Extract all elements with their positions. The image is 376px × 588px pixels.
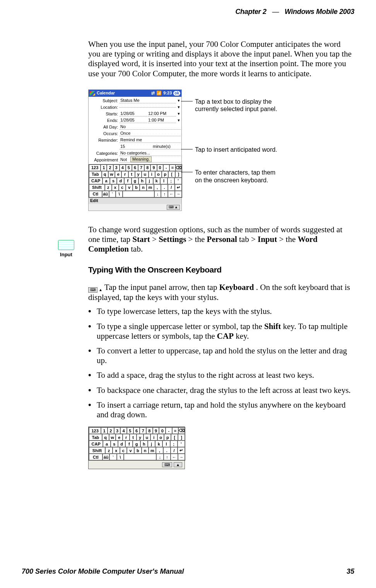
screenshot-titlebar: Calendar ⇄ 📶 9:23 ok	[89, 90, 181, 97]
bullet-space: To add a space, drag the stylus to the r…	[96, 370, 354, 380]
keyboard-mini-icon	[58, 240, 74, 250]
bullet-backspace: To backspace one character, drag the sty…	[96, 385, 354, 395]
word-suggestion: Meaning.	[130, 156, 152, 162]
screenshot-title: Calendar	[97, 91, 115, 96]
input-icon-margin: Input	[58, 240, 74, 257]
screenshot-form: Subject:Status Me▼ Location:▼ Starts:1/2…	[89, 97, 181, 164]
callout-insert-word: Tap to insert anticipated word.	[195, 146, 277, 153]
onscreen-keyboard-large: 1231234567890-=⌫ Tabqwertyuiop[] CAPasdf…	[89, 427, 185, 461]
keyboard-toggle-icon: ⌨ ▲	[167, 205, 180, 210]
keyboard-toggle-inline-icon: ⌨▲	[88, 287, 103, 293]
footer-title: 700 Series Color Mobile Computer User's …	[22, 567, 184, 576]
header-product: Windows Mobile 2003	[285, 8, 354, 15]
bullet-lowercase: To type lowercase letters, tap the keys …	[96, 306, 354, 316]
callout-textbox: Tap a text box to display the currently …	[195, 98, 277, 112]
header-dash: —	[268, 8, 283, 15]
header-chapter: Chapter 2	[235, 8, 266, 15]
bullet-uppercase: To type a single uppercase letter or sym…	[96, 321, 354, 341]
footer-page-number: 35	[347, 567, 354, 576]
screenshot-time: 9:23	[163, 91, 172, 96]
figure-callouts: Tap a text box to display the currently …	[195, 89, 284, 199]
volume-icon: 📶	[156, 91, 162, 96]
ok-button: ok	[173, 91, 180, 96]
section-title-typing: Typing With the Onscreen Keyboard	[88, 265, 354, 274]
typing-paragraph: ⌨▲ Tap the input panel arrow, then tap K…	[88, 283, 354, 302]
keyboard-icon: ⌨	[162, 462, 172, 467]
screenshot-calendar: Calendar ⇄ 📶 9:23 ok Subject:Status Me▼ …	[88, 89, 182, 211]
figure-input-panel: Calendar ⇄ 📶 9:23 ok Subject:Status Me▼ …	[88, 89, 354, 211]
bullet-return: To insert a carriage return, tap and hol…	[96, 400, 354, 420]
callout-keyboard: To enter characters, tap them on the ons…	[195, 169, 275, 183]
signal-icon: ⇄	[151, 91, 155, 96]
page-footer: 700 Series Color Mobile Computer User's …	[22, 567, 354, 576]
settings-paragraph: To change word suggestion options, such …	[88, 225, 354, 254]
windows-flag-icon	[90, 91, 95, 96]
screenshot-edit-bar: Edit	[89, 198, 181, 204]
input-icon-label: Input	[60, 252, 72, 257]
typing-bullets: To type lowercase letters, tap the keys …	[88, 306, 354, 420]
page-header: Chapter 2 — Windows Mobile 2003	[22, 8, 354, 31]
intro-paragraph: When you use the input panel, your 700 C…	[88, 39, 354, 79]
up-arrow-icon: ▲	[174, 462, 182, 467]
bullet-convert: To convert a letter to uppercase, tap an…	[96, 346, 354, 365]
figure-keyboard: 1231234567890-=⌫ Tabqwertyuiop[] CAPasdf…	[88, 427, 354, 469]
onscreen-keyboard-small: 1231234567890-=⌫ Tabqwertyuiop[] CAPasdf…	[89, 164, 182, 198]
